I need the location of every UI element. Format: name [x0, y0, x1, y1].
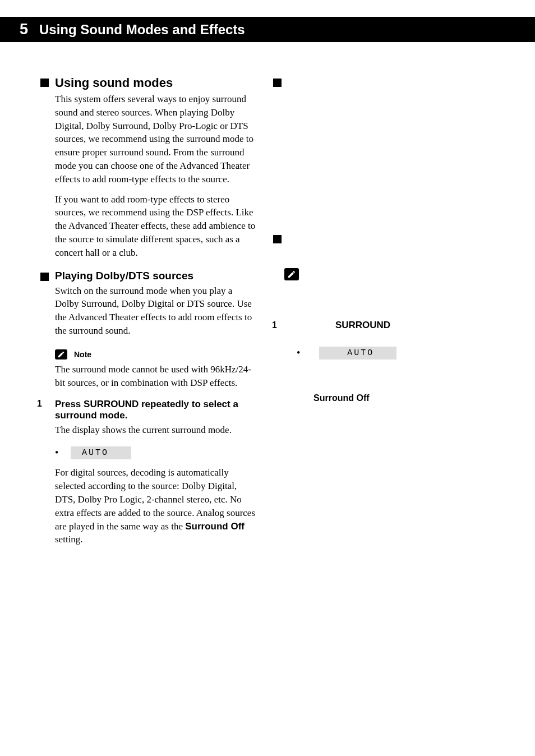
chapter-title: Using Sound Modes and Effects: [33, 17, 259, 42]
surround-label: SURROUND: [335, 320, 390, 330]
section-marker-icon: [273, 235, 282, 243]
header-fill: [259, 17, 535, 42]
section-dolby-dts: Playing Dolby/DTS sources Switch on the …: [55, 270, 256, 547]
step-1: 1 Press SURROUND repeatedly to select a …: [55, 399, 256, 547]
section-marker-icon: [273, 79, 282, 87]
chapter-number: 5: [0, 17, 33, 42]
surround-off-label: Surround Off: [313, 393, 501, 403]
display-value-auto: AUTO: [71, 446, 131, 459]
marker-wrap: [273, 235, 501, 246]
step-number: 1: [37, 399, 54, 409]
section-marker-icon: [40, 273, 49, 281]
section-marker-icon: [40, 79, 49, 87]
note-block: Note: [55, 349, 256, 359]
display-bullet-row: • AUTO: [55, 443, 256, 463]
section-heading: Playing Dolby/DTS sources: [55, 270, 256, 282]
display-value-auto: AUTO: [319, 347, 396, 359]
pencil-icon: [284, 268, 299, 280]
body-paragraph: Switch on the surround mode when you pla…: [55, 284, 256, 338]
right-note-icon-wrap: [273, 268, 501, 320]
body-paragraph: For digital sources, decoding is automat…: [55, 466, 256, 546]
note-label: Note: [74, 350, 91, 359]
right-step-row: 1 SURROUND: [272, 320, 501, 331]
section-sound-modes: Using sound modes This system offers sev…: [55, 76, 256, 260]
marker-wrap: [273, 79, 501, 89]
right-column: 1 SURROUND • AUTO Surround Off: [268, 76, 535, 553]
bullet-icon: •: [297, 347, 300, 359]
display-bullet-row: • AUTO: [297, 347, 501, 359]
step-paragraph: The display shows the current surround m…: [55, 423, 256, 437]
text-run: setting.: [55, 534, 83, 545]
section-heading: Using sound modes: [55, 76, 256, 90]
pencil-icon: [55, 349, 67, 359]
surround-off-bold: Surround Off: [185, 521, 245, 532]
step-heading: Press SURROUND repeatedly to select a su…: [55, 399, 256, 421]
bullet-icon: •: [55, 447, 68, 459]
page-header: 5 Using Sound Modes and Effects: [0, 17, 535, 42]
body-paragraph: This system offers several ways to enjoy…: [55, 93, 256, 186]
step-number: 1: [272, 320, 277, 330]
body-paragraph: If you want to add room-type effects to …: [55, 193, 256, 260]
page-content: Using sound modes This system offers sev…: [0, 42, 535, 553]
left-column: Using sound modes This system offers sev…: [0, 76, 268, 553]
note-text: The surround mode cannot be used with 96…: [55, 363, 256, 390]
